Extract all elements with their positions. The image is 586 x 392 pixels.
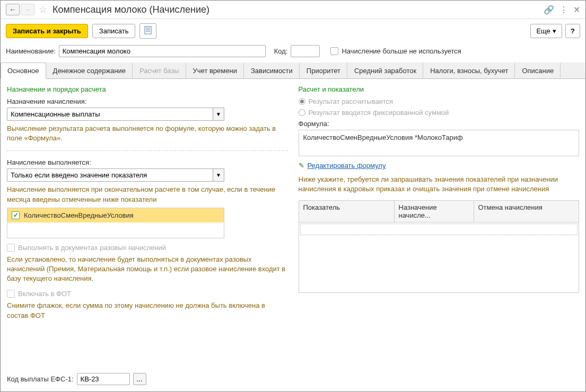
fot-hint: Снимите флажок, если сумма по этому начи… xyxy=(7,301,288,320)
single-doc-label: Выполнять в документах разовых начислени… xyxy=(18,244,166,252)
exec-select[interactable] xyxy=(7,168,213,182)
indicators-table: Показатель Назначение начисле... Отмена … xyxy=(299,200,580,293)
radio-fixed xyxy=(299,109,305,116)
save-button[interactable]: Записать xyxy=(92,24,136,38)
formula-label: Формула: xyxy=(299,120,580,128)
purpose-select[interactable] xyxy=(7,108,213,121)
code-input[interactable] xyxy=(291,45,320,57)
tab-main[interactable]: Основное xyxy=(1,63,46,79)
kebab-icon[interactable]: ⋮ xyxy=(559,5,568,15)
more-button[interactable]: Еще▾ xyxy=(530,24,562,38)
save-close-button[interactable]: Записать и закрыть xyxy=(6,24,88,38)
fot-label: Включать в ФОТ xyxy=(18,290,71,298)
tabs: Основное Денежное содержание Расчет базы… xyxy=(1,63,585,79)
indicator-name: КоличествоСменВредныеУсловия xyxy=(24,211,134,219)
table-row[interactable] xyxy=(300,224,578,235)
link-icon[interactable]: 🔗 xyxy=(544,5,554,15)
chevron-down-icon: ▾ xyxy=(553,27,556,35)
radio1-label: Результат рассчитывается xyxy=(309,97,393,105)
th-assign[interactable]: Назначение начисле... xyxy=(395,201,474,222)
not-used-label: Начисление больше не используется xyxy=(342,47,461,55)
name-label: Наименование: xyxy=(6,47,56,55)
th-indicator[interactable]: Показатель xyxy=(299,201,395,222)
name-input[interactable] xyxy=(59,45,266,57)
check-icon[interactable]: ✓ xyxy=(12,211,20,219)
tab-base[interactable]: Расчет базы xyxy=(133,63,186,79)
single-doc-hint: Если установлено, то начисление будет вы… xyxy=(7,255,288,284)
indicators-list: ✓ КоличествоСменВредныеУсловия xyxy=(7,208,224,238)
fot-checkbox xyxy=(7,290,15,298)
not-used-checkbox[interactable] xyxy=(330,47,338,55)
tab-priority[interactable]: Приоритет xyxy=(300,63,347,79)
tab-avg[interactable]: Средний заработок xyxy=(347,63,423,79)
radio-calculated xyxy=(299,98,305,105)
purpose-dropdown-btn[interactable]: ▼ xyxy=(213,108,224,121)
th-cancel[interactable]: Отмена начисления xyxy=(474,201,579,222)
section-calc-title: Расчет и показатели xyxy=(299,85,580,93)
single-doc-checkbox xyxy=(7,244,15,252)
efs-label: Код выплаты ЕФС-1: xyxy=(7,375,74,383)
formula-box[interactable]: КоличествоСменВредныеУсловия *МолокоТари… xyxy=(299,130,580,156)
page-title: Компенсация молоко (Начисление) xyxy=(53,4,209,15)
purpose-label: Назначение начисления: xyxy=(7,97,288,105)
pencil-icon: ✎ xyxy=(299,162,304,170)
report-button[interactable] xyxy=(139,23,156,39)
section-purpose-title: Назначение и порядок расчета xyxy=(7,85,288,93)
table-hint: Ниже укажите, требуется ли запрашивать з… xyxy=(299,175,580,194)
exec-label: Начисление выполняется: xyxy=(7,158,288,166)
radio2-label: Результат вводится фиксированной суммой xyxy=(309,109,449,117)
exec-dropdown-btn[interactable]: ▼ xyxy=(213,168,224,182)
help-button[interactable]: ? xyxy=(565,24,580,38)
edit-formula-link[interactable]: Редактировать формулу xyxy=(308,162,386,170)
exec-hint: Начисление выполняется при окончательном… xyxy=(7,185,288,204)
tab-desc[interactable]: Описание xyxy=(515,63,561,79)
efs-lookup-button[interactable]: ... xyxy=(133,373,146,385)
tab-deps[interactable]: Зависимости xyxy=(244,63,300,79)
close-icon[interactable]: ✕ xyxy=(573,5,580,15)
purpose-hint: Вычисление результата расчета выполняетс… xyxy=(7,124,288,143)
favorite-icon[interactable]: ☆ xyxy=(39,4,47,15)
list-item[interactable]: ✓ КоличествоСменВредныеУсловия xyxy=(7,208,224,222)
tab-time[interactable]: Учет времени xyxy=(186,63,244,79)
back-button[interactable]: ← xyxy=(6,4,20,15)
document-icon xyxy=(144,26,152,34)
tab-monetary[interactable]: Денежное содержание xyxy=(46,63,133,79)
code-label: Код: xyxy=(274,47,288,55)
tab-taxes[interactable]: Налоги, взносы, бухучет xyxy=(423,63,515,79)
efs-input[interactable] xyxy=(77,373,130,385)
forward-button[interactable]: → xyxy=(21,4,34,15)
svg-rect-0 xyxy=(145,26,151,34)
